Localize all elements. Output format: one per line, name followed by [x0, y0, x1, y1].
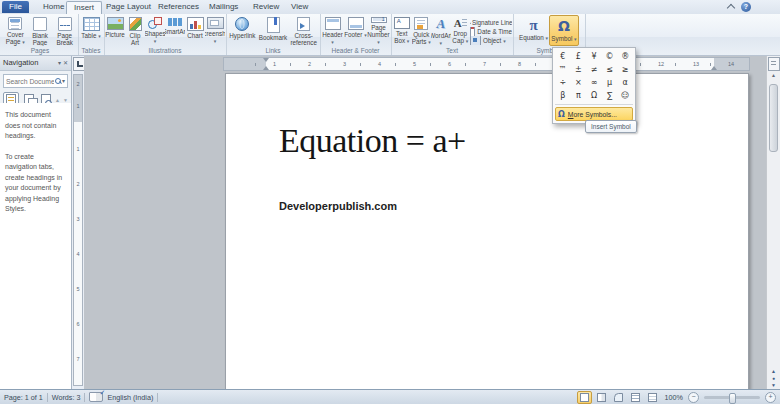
pane-options-arrow-icon[interactable]: ▾ [58, 59, 61, 67]
signature-line-button[interactable]: Signature Line ▾ [470, 18, 512, 27]
zoom-out-button[interactable]: − [688, 392, 699, 403]
web-layout-view-button[interactable] [611, 391, 626, 404]
word-window: File Home Insert Page Layout References … [0, 0, 780, 404]
vertical-ruler[interactable]: 21 1234567 [73, 74, 83, 386]
symbol-cell[interactable]: ≥ [617, 63, 633, 76]
footer-button[interactable]: Footer ▾ [344, 15, 367, 46]
equation-button[interactable]: π Equation ▾ [518, 15, 549, 46]
h-ruler-tick [325, 63, 326, 66]
tab-mailings[interactable]: Mailings [202, 1, 245, 13]
drop-cap-button[interactable]: Drop Cap ▾ [451, 15, 471, 46]
picture-button[interactable]: Picture [105, 15, 125, 46]
symbol-button[interactable]: Ω Symbol ▾ [549, 15, 579, 46]
symbol-cell[interactable]: ÷ [555, 76, 571, 89]
minimize-ribbon-icon[interactable] [727, 4, 735, 12]
symbol-cell[interactable]: β [555, 89, 571, 102]
right-indent-marker[interactable] [711, 66, 717, 70]
next-heading-icon[interactable]: ▼ [63, 97, 68, 103]
dropdown-arrow-icon: ▾ [377, 39, 380, 45]
header-button[interactable]: Header ▾ [321, 15, 344, 46]
wordart-button[interactable]: A WordArt ▾ [431, 15, 451, 46]
symbol-cell[interactable]: ∑ [602, 89, 618, 102]
page-break-button[interactable]: Page Break [52, 15, 77, 46]
zoom-slider[interactable] [704, 396, 760, 399]
screenshot-button[interactable]: Screenshot ▾ [205, 15, 225, 46]
symbol-cell[interactable]: × [571, 76, 587, 89]
more-symbols-item[interactable]: Ω More Symbols... [555, 107, 633, 121]
symbol-cell[interactable]: ☺ [617, 89, 633, 102]
symbol-cell[interactable]: α [617, 76, 633, 89]
smartart-button[interactable]: SmartArt [165, 15, 185, 46]
table-button[interactable]: Table ▾ [79, 15, 103, 46]
search-icon[interactable] [55, 78, 61, 84]
view-ruler-toggle-icon[interactable] [768, 57, 780, 71]
search-box[interactable]: ▾ [3, 74, 68, 88]
tab-view[interactable]: View [284, 1, 315, 13]
symbol-cell[interactable]: ≤ [602, 63, 618, 76]
tab-references[interactable]: References [151, 1, 206, 13]
symbol-cell[interactable]: € [555, 50, 571, 63]
blank-page-button[interactable]: Blank Page [28, 15, 53, 46]
symbol-cell[interactable]: © [602, 50, 618, 63]
text-box-button[interactable]: Text Box ▾ [392, 15, 412, 46]
print-layout-view-button[interactable] [577, 391, 592, 404]
cross-reference-button[interactable]: Cross-reference [288, 15, 319, 46]
page-number-button[interactable]: Page Number ▾ [367, 15, 390, 46]
word-count[interactable]: Words: 3 [52, 393, 81, 402]
zoom-in-button[interactable]: + [765, 392, 776, 403]
select-browse-object-icon[interactable]: ● [767, 376, 780, 381]
symbol-cell[interactable]: ™ [555, 63, 571, 76]
symbol-grid: €£¥©®™±≠≤≥÷×∞µαβπΩ∑☺ [555, 50, 633, 102]
symbol-cell[interactable]: π [571, 89, 587, 102]
clip-art-button[interactable]: Clip Art [125, 15, 145, 46]
search-options-arrow-icon[interactable]: ▾ [62, 77, 65, 85]
tab-file[interactable]: File [2, 1, 29, 13]
symbol-cell[interactable]: ≠ [586, 63, 602, 76]
symbol-cell[interactable]: Ω [586, 89, 602, 102]
page-indicator[interactable]: Page: 1 of 1 [4, 393, 43, 402]
first-line-indent-marker[interactable] [263, 58, 269, 62]
language-indicator[interactable]: English (India) [107, 393, 153, 402]
symbol-cell[interactable]: ¥ [586, 50, 602, 63]
symbol-cell[interactable]: £ [571, 50, 587, 63]
symbol-dropdown: €£¥©®™±≠≤≥÷×∞µαβπΩ∑☺ Ω More Symbols... [552, 47, 636, 124]
h-ruler-number: 12 [658, 61, 664, 67]
symbol-cell[interactable]: µ [602, 76, 618, 89]
search-input[interactable] [6, 78, 54, 85]
date-time-button[interactable]: Date & Time [470, 27, 512, 36]
drop-cap-icon [453, 17, 468, 29]
chart-button[interactable]: Chart [185, 15, 205, 46]
object-button[interactable]: Object ▾ [470, 36, 512, 45]
tab-page-layout[interactable]: Page Layout [99, 1, 158, 13]
scroll-up-icon[interactable]: ▲ [767, 72, 780, 78]
symbol-omega-icon: Ω [558, 18, 570, 34]
smartart-icon [168, 17, 183, 27]
zoom-slider-thumb[interactable] [729, 393, 736, 404]
status-bar: Page: 1 of 1 Words: 3 ✓ English (India) … [0, 389, 780, 404]
scrollbar-thumb[interactable] [769, 84, 778, 152]
bookmark-button[interactable]: Bookmark [258, 15, 289, 46]
cover-page-button[interactable]: Cover Page ▾ [3, 15, 28, 46]
hyperlink-button[interactable]: Hyperlink [227, 15, 258, 46]
draft-view-button[interactable] [645, 391, 660, 404]
vertical-scrollbar[interactable]: ▲ ▲ ● ▼ [766, 56, 780, 390]
outline-view-button[interactable] [628, 391, 643, 404]
horizontal-ruler[interactable]: 1234567891011121314 [223, 57, 750, 71]
symbol-cell[interactable]: ® [617, 50, 633, 63]
zoom-level[interactable]: 100% [665, 393, 683, 402]
tab-review[interactable]: Review [246, 1, 286, 13]
pane-close-icon[interactable]: ✕ [63, 59, 68, 67]
hanging-indent-marker[interactable] [263, 66, 269, 70]
next-page-icon[interactable]: ▼ [767, 383, 780, 388]
shapes-button[interactable]: Shapes ▾ [145, 15, 165, 46]
help-icon[interactable]: ? [741, 2, 751, 12]
document-page[interactable]: Equation = a+ Developerpublish.com [225, 73, 749, 390]
symbol-cell[interactable]: ± [571, 63, 587, 76]
tab-insert[interactable]: Insert [66, 1, 102, 15]
spell-check-icon[interactable]: ✓ [89, 392, 103, 402]
previous-page-icon[interactable]: ▲ [767, 369, 780, 374]
previous-heading-icon[interactable]: ▲ [55, 97, 60, 103]
quick-parts-button[interactable]: Quick Parts ▾ [412, 15, 432, 46]
full-screen-reading-view-button[interactable] [594, 391, 609, 404]
symbol-cell[interactable]: ∞ [586, 76, 602, 89]
